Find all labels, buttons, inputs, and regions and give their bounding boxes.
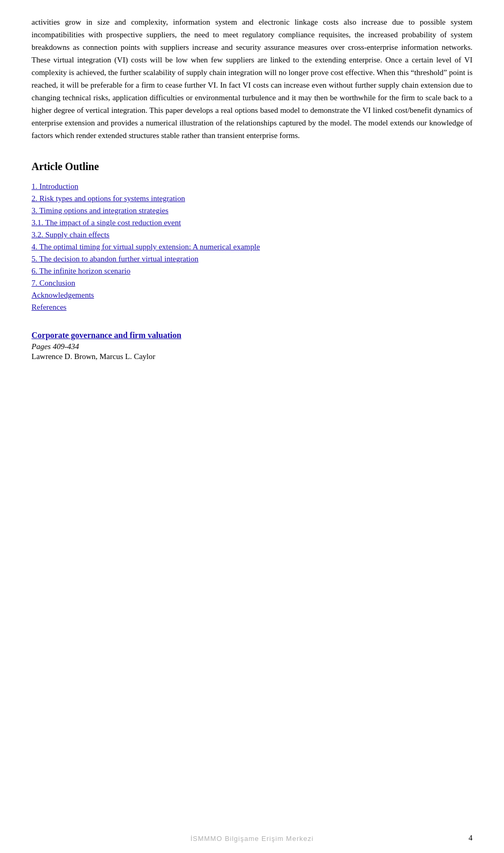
outline-link-8[interactable]: 7. Conclusion	[32, 279, 75, 287]
outline-item-7: 6. The infinite horizon scenario	[32, 267, 472, 276]
outline-item-3: 3.1. The impact of a single cost reducti…	[32, 218, 472, 227]
page-container: activities grow in size and complexity, …	[0, 0, 504, 403]
article-outline-section: Article Outline 1. Introduction2. Risk t…	[32, 161, 472, 312]
outline-list: 1. Introduction2. Risk types and options…	[32, 182, 472, 312]
outline-link-0[interactable]: 1. Introduction	[32, 182, 78, 191]
body-paragraph-1: activities grow in size and complexity, …	[32, 16, 472, 142]
article-outline-heading: Article Outline	[32, 161, 472, 173]
outline-link-4[interactable]: 3.2. Supply chain effects	[32, 230, 109, 239]
footer-watermark: İSMMMO Bilgişame Erişim Merkezi	[191, 835, 314, 843]
outline-item-6: 5. The decision to abandon further virtu…	[32, 255, 472, 264]
outline-link-7[interactable]: 6. The infinite horizon scenario	[32, 267, 130, 275]
outline-link-6[interactable]: 5. The decision to abandon further virtu…	[32, 255, 198, 263]
outline-item-9: Acknowledgements	[32, 291, 472, 300]
corporate-title[interactable]: Corporate governance and firm valuation	[32, 331, 472, 340]
outline-item-1: 2. Risk types and options for systems in…	[32, 194, 472, 203]
outline-link-9[interactable]: Acknowledgements	[32, 291, 94, 299]
outline-item-8: 7. Conclusion	[32, 279, 472, 288]
outline-item-5: 4. The optimal timing for virtual supply…	[32, 243, 472, 251]
outline-link-1[interactable]: 2. Risk types and options for systems in…	[32, 194, 185, 203]
outline-link-5[interactable]: 4. The optimal timing for virtual supply…	[32, 243, 260, 251]
page-number: 4	[469, 834, 473, 843]
outline-item-0: 1. Introduction	[32, 182, 472, 191]
outline-item-2: 3. Timing options and integration strate…	[32, 206, 472, 215]
corporate-pages: Pages 409-434	[32, 342, 472, 351]
outline-link-3[interactable]: 3.1. The impact of a single cost reducti…	[32, 218, 181, 227]
outline-link-10[interactable]: References	[32, 303, 67, 311]
outline-item-4: 3.2. Supply chain effects	[32, 230, 472, 239]
outline-link-2[interactable]: 3. Timing options and integration strate…	[32, 206, 169, 215]
outline-item-10: References	[32, 303, 472, 312]
corporate-section: Corporate governance and firm valuation …	[32, 331, 472, 361]
corporate-author: Lawrence D. Brown, Marcus L. Caylor	[32, 352, 472, 361]
